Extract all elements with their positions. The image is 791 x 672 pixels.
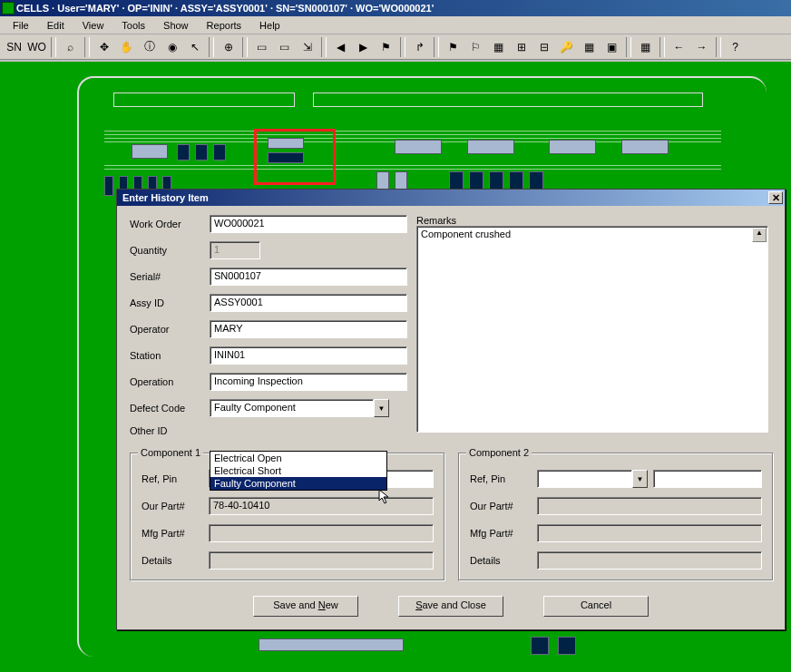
toolbar-button-21[interactable]: 🔑 bbox=[556, 36, 577, 57]
toolbar-button-14[interactable]: ⚑ bbox=[376, 36, 396, 57]
pcb-chip[interactable] bbox=[132, 144, 168, 159]
component2-group: Component 2 Ref, Pin ▼ Our Part# Mfg Par… bbox=[458, 453, 774, 581]
defect-combo[interactable]: Faulty Component ▼ bbox=[210, 399, 389, 417]
remarks-text: Component crushed bbox=[421, 229, 511, 239]
menu-reports[interactable]: Reports bbox=[198, 18, 251, 33]
toolbar-button-8[interactable]: ⊕ bbox=[218, 36, 239, 57]
defect-value[interactable]: Faulty Component bbox=[210, 399, 374, 417]
c2-ref-combo[interactable]: ▼ bbox=[537, 470, 648, 488]
remarks-textarea[interactable]: Component crushed ▲ bbox=[416, 226, 768, 433]
pcb-chip[interactable] bbox=[195, 144, 208, 161]
toolbar-button-7[interactable]: ↖ bbox=[184, 36, 205, 57]
dialog-buttons: Save and New Save and Close Cancel bbox=[130, 596, 772, 617]
operator-field[interactable]: MARY bbox=[210, 320, 407, 338]
toolbar-button-12[interactable]: ◀ bbox=[330, 36, 351, 57]
assy-field[interactable]: ASSY0001 bbox=[210, 294, 407, 312]
menu-edit[interactable]: Edit bbox=[38, 18, 73, 33]
toolbar-button-1[interactable]: WO bbox=[26, 36, 47, 57]
chevron-down-icon[interactable]: ▼ bbox=[632, 470, 648, 488]
toolbar-button-16[interactable]: ⚑ bbox=[443, 36, 464, 57]
label-station: Station bbox=[130, 350, 210, 361]
toolbar-button-23[interactable]: ▣ bbox=[601, 36, 622, 57]
dropdown-option[interactable]: Faulty Component bbox=[210, 477, 386, 490]
toolbar-button-2[interactable]: ⌕ bbox=[60, 36, 81, 57]
toolbar-button-3[interactable]: ✥ bbox=[93, 36, 114, 57]
save-and-close-button[interactable]: Save and Close bbox=[398, 596, 503, 617]
dropdown-option[interactable]: Electrical Open bbox=[210, 452, 386, 464]
toolbar-button-22[interactable]: ▦ bbox=[579, 36, 600, 57]
toolbar-button-11[interactable]: ⇲ bbox=[297, 36, 317, 57]
dropdown-option[interactable]: Electrical Short bbox=[210, 464, 386, 477]
pcb-chip[interactable] bbox=[549, 140, 596, 154]
c2-ref-value[interactable] bbox=[537, 470, 632, 488]
chevron-down-icon[interactable]: ▼ bbox=[374, 399, 389, 417]
selection-rect bbox=[254, 129, 336, 185]
pcb-chip[interactable] bbox=[213, 144, 226, 161]
scroll-up-icon[interactable]: ▲ bbox=[752, 228, 767, 242]
label-mfg-part: Mfg Part# bbox=[470, 528, 537, 539]
save-and-new-button[interactable]: Save and New bbox=[253, 596, 358, 617]
c2-our-part bbox=[537, 497, 762, 515]
pcb-connector bbox=[113, 93, 295, 107]
toolbar-button-27[interactable]: ? bbox=[725, 36, 746, 57]
serial-field[interactable]: SN000107 bbox=[210, 268, 407, 286]
c2-pin-field[interactable] bbox=[653, 470, 762, 488]
toolbar-button-26[interactable]: → bbox=[691, 36, 712, 57]
toolbar-separator bbox=[716, 37, 721, 57]
operation-field[interactable]: Incoming Inspection bbox=[210, 373, 407, 391]
cancel-button[interactable]: Cancel bbox=[543, 596, 649, 617]
component2-title: Component 2 bbox=[466, 447, 532, 458]
menu-show[interactable]: Show bbox=[154, 18, 198, 33]
toolbar-button-6[interactable]: ◉ bbox=[161, 36, 182, 57]
pcb-chip[interactable] bbox=[621, 140, 669, 154]
pcb-chip[interactable] bbox=[558, 637, 576, 655]
work-order-field[interactable]: WO000021 bbox=[210, 215, 407, 233]
toolbar-button-19[interactable]: ⊞ bbox=[511, 36, 532, 57]
label-ref-pin: Ref, Pin bbox=[470, 473, 537, 484]
toolbar-separator bbox=[659, 37, 665, 57]
toolbar-button-5[interactable]: ⓘ bbox=[139, 36, 160, 57]
remarks-section: Remarks Component crushed ▲ bbox=[416, 215, 768, 433]
component1-title: Component 1 bbox=[138, 447, 203, 458]
label-our-part: Our Part# bbox=[470, 501, 537, 511]
toolbar-button-17[interactable]: ⚐ bbox=[465, 36, 486, 57]
toolbar-separator bbox=[51, 37, 56, 57]
pcb-trace bbox=[104, 134, 721, 135]
label-work-order: Work Order bbox=[130, 219, 210, 229]
toolbar-separator bbox=[321, 37, 327, 57]
c1-our-part: 78-40-10410 bbox=[209, 497, 434, 515]
toolbar-button-9[interactable]: ▭ bbox=[251, 36, 272, 57]
toolbar-button-15[interactable]: ↱ bbox=[409, 36, 430, 57]
pcb-chip[interactable] bbox=[395, 140, 442, 154]
toolbar-button-0[interactable]: SN bbox=[4, 36, 24, 57]
menu-bar: FileEditViewToolsShowReportsHelp bbox=[0, 16, 791, 34]
toolbar-button-10[interactable]: ▭ bbox=[274, 36, 295, 57]
enter-history-dialog: Enter History Item ✕ Work Order WO000021… bbox=[116, 189, 786, 630]
label-quantity: Quantity bbox=[130, 245, 210, 256]
toolbar-button-4[interactable]: ✋ bbox=[116, 36, 137, 57]
toolbar-button-25[interactable]: ← bbox=[669, 36, 689, 57]
menu-file[interactable]: File bbox=[4, 18, 38, 33]
pcb-trace bbox=[104, 165, 721, 166]
toolbar-button-13[interactable]: ▶ bbox=[353, 36, 374, 57]
dialog-title: Enter History Item bbox=[122, 192, 209, 203]
toolbar-button-20[interactable]: ⊟ bbox=[533, 36, 554, 57]
menu-tools[interactable]: Tools bbox=[112, 18, 154, 33]
label-remarks: Remarks bbox=[416, 215, 768, 226]
dialog-titlebar[interactable]: Enter History Item ✕ bbox=[117, 190, 785, 206]
toolbar-button-24[interactable]: ▦ bbox=[635, 36, 656, 57]
menu-view[interactable]: View bbox=[73, 18, 113, 33]
toolbar-separator bbox=[400, 37, 405, 57]
pcb-chip[interactable] bbox=[531, 637, 549, 655]
menu-help[interactable]: Help bbox=[250, 18, 289, 33]
pcb-chip[interactable] bbox=[467, 140, 514, 154]
label-operation: Operation bbox=[130, 376, 210, 387]
pcb-chip[interactable] bbox=[177, 144, 190, 161]
pcb-chip[interactable] bbox=[259, 638, 404, 651]
toolbar-separator bbox=[209, 37, 214, 57]
defect-dropdown-list[interactable]: Electrical OpenElectrical ShortFaulty Co… bbox=[210, 451, 387, 491]
toolbar-button-18[interactable]: ▦ bbox=[488, 36, 509, 57]
pcb-chip[interactable] bbox=[104, 176, 113, 196]
close-icon[interactable]: ✕ bbox=[768, 191, 783, 204]
station-field[interactable]: ININ01 bbox=[210, 346, 407, 365]
